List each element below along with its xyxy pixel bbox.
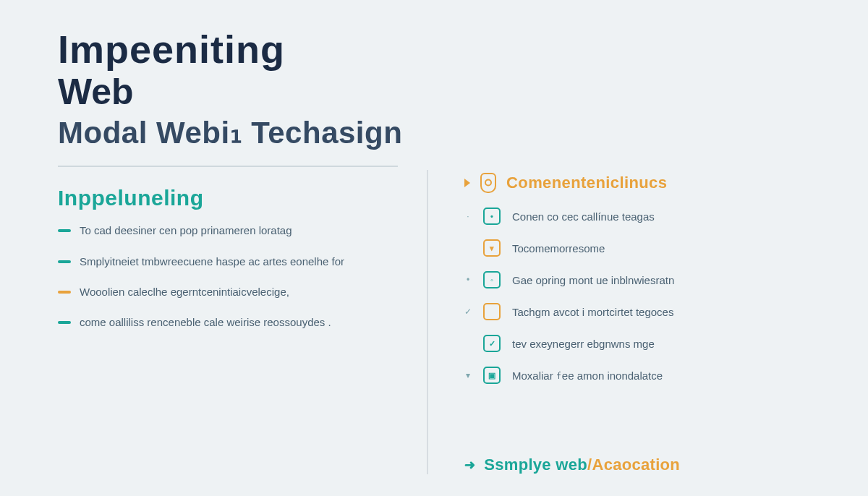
left-item-text: Smplyitneiet tmbwreecuene haspe ac artes… (80, 255, 344, 269)
bullet-glyph-icon: ▾ (464, 370, 472, 380)
right-item: • ◦ Gae opring mont ue inblnwiesratn (464, 271, 825, 288)
bullet-glyph-icon: ✓ (464, 307, 472, 317)
dash-icon (58, 291, 71, 294)
slide: Impeeniting Web Modal Webi₁ Techasign In… (0, 0, 868, 496)
left-list: To cad deesiner cen pop prinameren lorat… (58, 223, 398, 330)
left-item: come oalliliss renceneble cale weirise r… (58, 315, 398, 330)
dash-icon (58, 260, 71, 263)
title-line-2: Web (58, 73, 825, 111)
box-icon: ▾ (483, 239, 501, 257)
right-item: ✓ tev exeynegerr ebgnwns mge (464, 335, 825, 352)
title-block: Impeeniting Web Modal Webi₁ Techasign (58, 29, 825, 150)
dash-icon (58, 321, 71, 324)
right-item-text: Conen co cec callínue teagas (512, 210, 655, 223)
left-column: Inppeluneling To cad deesiner cen pop pr… (58, 170, 427, 474)
title-line-1: Impeeniting (58, 29, 825, 70)
right-item-text: Tachgm avcot i mortcirtet tegoces (512, 306, 673, 318)
badge-icon (480, 173, 496, 193)
right-heading: Comenenteniclinucs (506, 174, 667, 192)
left-item: Wooolien caleclhe egerntcenintiaicveleci… (58, 285, 398, 299)
right-item: ▾ Tocomemorresome (464, 239, 825, 257)
columns: Inppeluneling To cad deesiner cen pop pr… (58, 170, 825, 474)
right-item: ▾ ▣ Moxaliar ꬵee amon inondalatce (464, 367, 825, 384)
caret-icon (464, 179, 470, 187)
right-item-text: tev exeynegerr ebgnwns mge (512, 338, 655, 350)
right-item: ✓ Tachgm avcot i mortcirtet tegoces (464, 303, 825, 320)
box-icon: ▣ (483, 367, 501, 384)
left-item-text: come oalliliss renceneble cale weirise r… (80, 315, 331, 330)
left-item: Smplyitneiet tmbwreecuene haspe ac artes… (58, 255, 398, 269)
box-icon: ◦ (483, 271, 501, 288)
footer-text-pre: Ssmplye web (484, 456, 587, 474)
left-subheading: Inppeluneling (58, 186, 398, 210)
box-icon (483, 303, 501, 320)
footer-text-post: Acaocation (592, 456, 680, 474)
bullet-glyph-icon: · (464, 211, 472, 221)
right-column: Comenenteniclinucs · • Conen co cec call… (427, 170, 825, 474)
left-item-text: Wooolien caleclhe egerntcenintiaicveleci… (80, 285, 289, 299)
right-heading-row: Comenenteniclinucs (464, 173, 825, 193)
title-line-3: Modal Webi₁ Techasign (58, 116, 825, 150)
bullet-glyph-icon: • (464, 275, 472, 285)
right-item-text: Moxaliar ꬵee amon inondalatce (512, 369, 663, 382)
caret-icon: ➜ (464, 457, 475, 473)
dash-icon (58, 229, 71, 232)
box-icon: • (483, 208, 501, 225)
right-item: · • Conen co cec callínue teagas (464, 208, 825, 225)
box-icon: ✓ (483, 335, 501, 352)
right-list: · • Conen co cec callínue teagas ▾ Tocom… (464, 208, 825, 451)
left-item-text: To cad deesiner cen pop prinameren lorat… (80, 223, 292, 238)
right-item-text: Tocomemorresome (512, 242, 605, 255)
left-item: To cad deesiner cen pop prinameren lorat… (58, 223, 398, 238)
right-item-text: Gae opring mont ue inblnwiesratn (512, 274, 674, 286)
right-footer: ➜ Ssmplye web/Acaocation (464, 456, 825, 474)
